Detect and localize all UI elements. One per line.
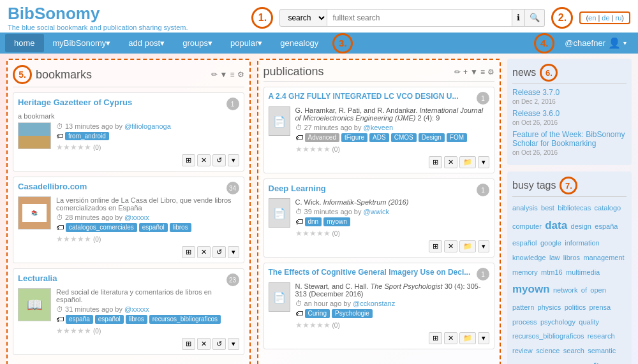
bookmark-tag-3-4[interactable]: recursos_bibliograficos bbox=[149, 315, 221, 324]
pub-settings-icon[interactable]: ⚙ bbox=[487, 68, 494, 76]
busy-tag-physics[interactable]: physics bbox=[538, 303, 561, 311]
search-input[interactable] bbox=[327, 9, 512, 27]
filter-icon[interactable]: ▼ bbox=[220, 70, 228, 79]
bookmark-tag-3-1[interactable]: españa bbox=[66, 315, 93, 324]
bookmark-delete-btn-3[interactable]: ✕ bbox=[197, 338, 211, 350]
busy-tag-quality[interactable]: quality bbox=[579, 318, 599, 326]
list-icon[interactable]: ≡ bbox=[230, 70, 234, 79]
nav-item-groups[interactable]: groups▾ bbox=[174, 34, 221, 52]
busy-tag-data[interactable]: data bbox=[545, 219, 567, 231]
busy-tag-libros[interactable]: libros bbox=[563, 254, 580, 261]
bookmark-tag-3-3[interactable]: libros bbox=[126, 315, 147, 324]
busy-tag-review[interactable]: review bbox=[512, 347, 533, 354]
bookmark-title-1[interactable]: Heritage Gazetteer of Cyprus bbox=[18, 98, 132, 107]
pub-tag-2-1[interactable]: dnn bbox=[305, 217, 322, 226]
lang-en[interactable]: en bbox=[588, 14, 596, 22]
busy-tag-mtm16[interactable]: mtm16 bbox=[541, 268, 563, 276]
busy-tag-politics[interactable]: politics bbox=[565, 303, 586, 311]
busy-tag-psychology[interactable]: psychology bbox=[540, 318, 575, 326]
busy-tag-analysis[interactable]: analysis bbox=[512, 204, 538, 212]
pub-add-icon[interactable]: + bbox=[463, 68, 468, 76]
pub-title-1[interactable]: A 2.4 GHZ FULLY INTEGRATED LC VCO DESIGN… bbox=[269, 92, 459, 101]
bookmark-copy-btn-3[interactable]: ⊞ bbox=[182, 338, 195, 350]
pub-more-btn-2[interactable]: ▾ bbox=[478, 240, 489, 252]
busy-tag-management[interactable]: management bbox=[583, 254, 624, 261]
pub-copy-btn-2[interactable]: ⊞ bbox=[429, 240, 442, 252]
nav-item-home[interactable]: home bbox=[5, 34, 44, 52]
pub-title-3[interactable]: The Effects of Cognitive General Imagery… bbox=[269, 268, 471, 277]
bookmark-delete-btn-1[interactable]: ✕ bbox=[197, 154, 211, 166]
pub-user-2[interactable]: @wwick bbox=[364, 208, 390, 215]
busy-tag-prensa[interactable]: prensa bbox=[590, 303, 611, 311]
busy-tag-pattern[interactable]: pattern bbox=[512, 303, 534, 311]
bookmark-user-3[interactable]: @xxxxx bbox=[124, 305, 149, 313]
bookmark-more-btn-3[interactable]: ▾ bbox=[228, 338, 239, 350]
pub-copy-btn-3[interactable]: ⊞ bbox=[429, 332, 442, 344]
search-submit-button[interactable]: 🔍 bbox=[525, 9, 545, 27]
busy-tag-computer[interactable]: computer bbox=[512, 222, 542, 230]
nav-user-link[interactable]: @chaefner 👤 ▾ bbox=[558, 33, 633, 54]
busy-tag-network[interactable]: network bbox=[553, 286, 578, 294]
pub-tag-1-4[interactable]: CMOS bbox=[391, 133, 417, 142]
nav-item-mybibsonomy[interactable]: myBibSonomy▾ bbox=[44, 34, 120, 52]
edit-icon[interactable]: ✏ bbox=[211, 70, 218, 79]
bookmark-title-2[interactable]: Casadellibro.com bbox=[18, 182, 87, 191]
lang-ru[interactable]: ru bbox=[616, 14, 622, 22]
bookmark-tag-2-1[interactable]: catalogos_comerciales bbox=[66, 223, 137, 232]
bookmark-tag-2-2[interactable]: español bbox=[139, 223, 168, 232]
bookmark-user-1[interactable]: @filiologanoga bbox=[124, 122, 171, 130]
pub-tag-1-5[interactable]: Design bbox=[419, 133, 445, 142]
search-type-dropdown[interactable]: search tags author bbox=[279, 9, 327, 27]
pub-tag-1-2[interactable]: tFigure bbox=[341, 133, 367, 142]
bookmark-more-btn-2[interactable]: ▾ bbox=[228, 246, 239, 258]
busy-tag-best[interactable]: best bbox=[541, 204, 554, 212]
pub-tag-1-6[interactable]: FOM bbox=[447, 133, 467, 142]
news-link-2[interactable]: Release 3.6.0 bbox=[512, 109, 627, 118]
busy-tag-espana[interactable]: españa bbox=[595, 222, 618, 230]
pub-more-btn-1[interactable]: ▾ bbox=[478, 156, 489, 168]
busy-tag-process[interactable]: process bbox=[512, 318, 537, 326]
busy-tag-google[interactable]: google bbox=[540, 239, 561, 247]
pub-user-3[interactable]: @cckonstanz bbox=[353, 300, 395, 307]
nav-item-genealogy[interactable]: genealogy bbox=[271, 34, 327, 52]
pub-tag-2-2[interactable]: myown bbox=[323, 217, 350, 226]
pub-tag-1-3[interactable]: ADS bbox=[369, 133, 389, 142]
busy-tag-information[interactable]: information bbox=[565, 239, 599, 247]
pub-delete-btn-2[interactable]: ✕ bbox=[444, 240, 457, 252]
busy-tag-espanol[interactable]: español bbox=[512, 239, 537, 247]
busy-tag-knowledge[interactable]: knowledge bbox=[512, 254, 546, 261]
pub-list-icon[interactable]: ≡ bbox=[480, 68, 485, 76]
pub-title-2[interactable]: Deep Learning bbox=[269, 184, 326, 193]
bookmark-tag-1-1[interactable]: from_android bbox=[65, 132, 109, 140]
search-info-button[interactable]: ℹ bbox=[512, 9, 525, 27]
nav-item-addpost[interactable]: add post▾ bbox=[119, 34, 174, 52]
busy-tag-design[interactable]: design bbox=[571, 222, 591, 230]
pub-edit-icon[interactable]: ✏ bbox=[454, 68, 461, 76]
busy-tag-catalogo[interactable]: catalogo bbox=[595, 204, 621, 212]
bookmark-copy-btn-1[interactable]: ⊞ bbox=[182, 154, 195, 166]
pub-folder-btn-2[interactable]: 📁 bbox=[459, 240, 476, 252]
busy-tag-myown[interactable]: myown bbox=[512, 283, 550, 295]
pub-delete-btn-3[interactable]: ✕ bbox=[444, 332, 457, 344]
busy-tag-bibliotecas[interactable]: bibliotecas bbox=[558, 204, 591, 212]
busy-tag-open[interactable]: open bbox=[590, 286, 605, 294]
bookmark-more-btn-1[interactable]: ▾ bbox=[228, 154, 239, 166]
pub-tag-3-2[interactable]: Psychologie bbox=[332, 309, 373, 318]
bookmark-refresh-btn-2[interactable]: ↺ bbox=[212, 246, 226, 258]
busy-tag-search[interactable]: search bbox=[563, 347, 584, 354]
busy-tag-recursos[interactable]: recursos_bibliograficos bbox=[512, 332, 584, 340]
bookmark-refresh-btn-3[interactable]: ↺ bbox=[212, 338, 226, 350]
pub-copy-btn-1[interactable]: ⊞ bbox=[429, 156, 442, 168]
pub-folder-btn-3[interactable]: 📁 bbox=[459, 332, 476, 344]
lang-de[interactable]: de bbox=[602, 14, 609, 22]
pub-delete-btn-1[interactable]: ✕ bbox=[444, 156, 457, 168]
pub-tag-1-1[interactable]: Advanced bbox=[305, 133, 339, 142]
nav-item-popular[interactable]: popular▾ bbox=[221, 34, 271, 52]
bookmark-tag-2-3[interactable]: libros bbox=[170, 223, 191, 232]
bookmark-delete-btn-2[interactable]: ✕ bbox=[197, 246, 211, 258]
busy-tag-research[interactable]: research bbox=[588, 332, 615, 340]
busy-tag-memory[interactable]: memory bbox=[512, 268, 538, 276]
bookmark-title-3[interactable]: Lecturalia bbox=[18, 273, 57, 283]
bookmark-refresh-btn-1[interactable]: ↺ bbox=[212, 154, 226, 166]
pub-folder-btn-1[interactable]: 📁 bbox=[459, 156, 476, 168]
